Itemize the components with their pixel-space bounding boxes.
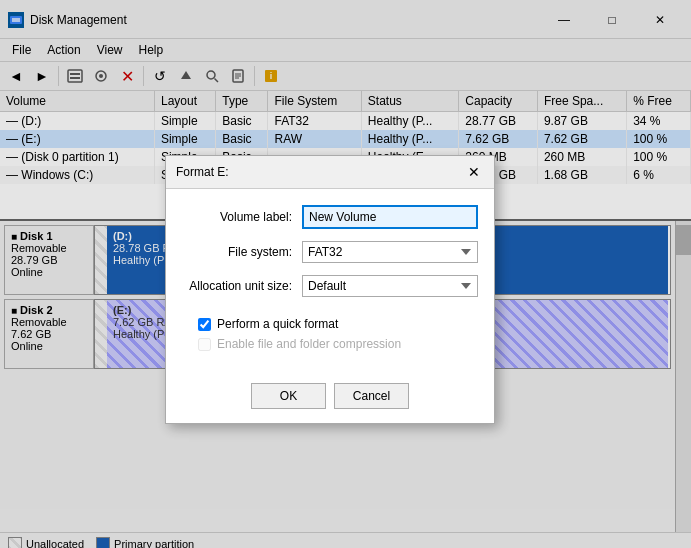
volume-label-text: Volume label: (182, 210, 302, 224)
allocation-control: Default 512 1024 2048 4096 (302, 275, 478, 297)
allocation-label: Allocation unit size: (182, 279, 302, 293)
file-system-control: FAT32 NTFS exFAT (302, 241, 478, 263)
volume-label-input[interactable] (302, 205, 478, 229)
file-system-row: File system: FAT32 NTFS exFAT (182, 241, 478, 263)
modal-footer: OK Cancel (166, 373, 494, 423)
modal-overlay: Format E: ✕ Volume label: File system: F… (0, 0, 691, 548)
compression-row: Enable file and folder compression (182, 337, 478, 351)
format-dialog: Format E: ✕ Volume label: File system: F… (165, 155, 495, 424)
ok-button[interactable]: OK (251, 383, 326, 409)
modal-body: Volume label: File system: FAT32 NTFS ex… (166, 189, 494, 373)
modal-title-bar: Format E: ✕ (166, 156, 494, 189)
modal-title: Format E: (176, 165, 229, 179)
volume-label-row: Volume label: (182, 205, 478, 229)
compression-checkbox[interactable] (198, 338, 211, 351)
allocation-select[interactable]: Default 512 1024 2048 4096 (302, 275, 478, 297)
cancel-button[interactable]: Cancel (334, 383, 409, 409)
modal-close-button[interactable]: ✕ (464, 162, 484, 182)
allocation-row: Allocation unit size: Default 512 1024 2… (182, 275, 478, 297)
file-system-select[interactable]: FAT32 NTFS exFAT (302, 241, 478, 263)
volume-label-control (302, 205, 478, 229)
file-system-label: File system: (182, 245, 302, 259)
quickformat-label[interactable]: Perform a quick format (217, 317, 338, 331)
quickformat-checkbox[interactable] (198, 318, 211, 331)
compression-label: Enable file and folder compression (217, 337, 401, 351)
quickformat-row: Perform a quick format (182, 317, 478, 331)
